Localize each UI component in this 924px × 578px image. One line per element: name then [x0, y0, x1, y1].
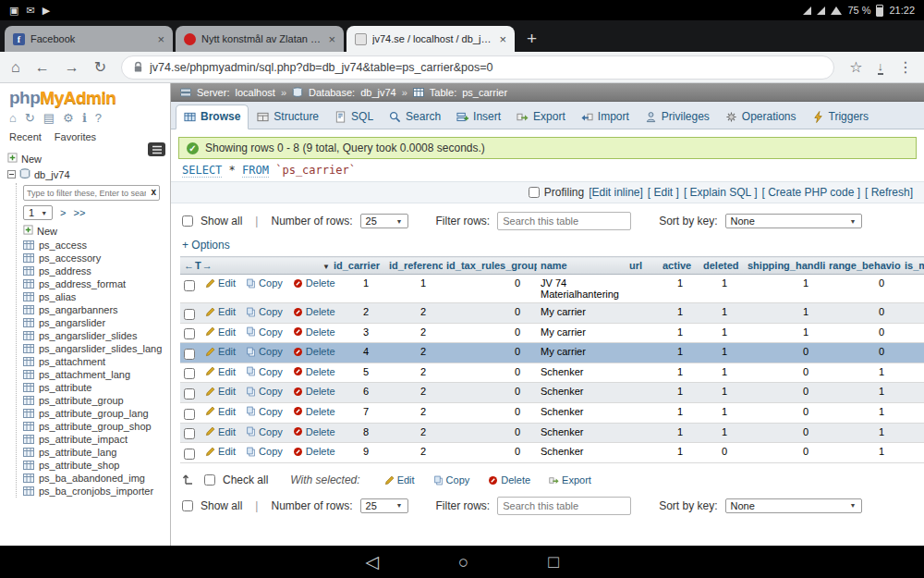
sidebar-table-item[interactable]: ps_attribute_group_lang — [23, 407, 166, 420]
explain-sql-link[interactable]: [ Explain SQL ] — [684, 186, 758, 199]
row-delete-link[interactable]: Delete — [293, 277, 335, 289]
row-copy-link[interactable]: Copy — [246, 346, 283, 357]
edit-inline-link[interactable]: [Edit inline] — [589, 186, 643, 199]
database-link[interactable]: db_jv74 — [34, 169, 70, 180]
sort-by-key-select[interactable]: None▼ — [725, 498, 862, 513]
profiling-checkbox[interactable] — [529, 187, 540, 198]
new-database-link[interactable]: New — [21, 154, 42, 165]
new-table-link[interactable]: New — [37, 226, 57, 237]
selected-edit-button[interactable]: Edit — [384, 474, 415, 486]
row-delete-link[interactable]: Delete — [293, 346, 335, 357]
row-checkbox[interactable] — [184, 328, 195, 339]
row-edit-link[interactable]: Edit — [205, 277, 236, 289]
tab-triggers[interactable]: Triggers — [805, 105, 877, 129]
filter-clear-icon[interactable]: x — [151, 187, 156, 197]
row-edit-link[interactable]: Edit — [205, 306, 236, 317]
sidebar-table-link[interactable]: ps_attribute_impact — [39, 434, 128, 445]
row-copy-link[interactable]: Copy — [246, 426, 283, 437]
show-all-checkbox[interactable] — [182, 215, 193, 227]
row-delete-link[interactable]: Delete — [293, 366, 335, 377]
column-header-deleted[interactable]: deleted — [703, 260, 739, 271]
settings-gear-icon[interactable]: ⚙ — [63, 111, 74, 125]
close-tab-icon[interactable]: × — [157, 33, 164, 45]
edit-link[interactable]: [ Edit ] — [648, 186, 679, 199]
row-edit-link[interactable]: Edit — [205, 446, 236, 457]
reload-navigation-icon[interactable]: ↻ — [25, 111, 35, 125]
row-edit-link[interactable]: Edit — [205, 346, 236, 357]
sidebar-table-link[interactable]: ps_attribute_lang — [39, 447, 116, 458]
table-filter-input[interactable] — [497, 212, 631, 230]
sidebar-table-link[interactable]: ps_address — [39, 265, 91, 277]
sidebar-table-item[interactable]: ps_attribute_impact — [23, 433, 166, 446]
selected-export-button[interactable]: Export — [549, 474, 591, 486]
sidebar-table-link[interactable]: ps_attribute_group_lang — [39, 408, 149, 419]
column-header-id-reference[interactable]: id_reference — [389, 260, 443, 271]
new-tab-button[interactable]: + — [527, 30, 537, 47]
row-edit-link[interactable]: Edit — [205, 426, 236, 437]
sidebar-table-item[interactable]: ps_angarbanners — [23, 303, 166, 316]
sidebar-table-link[interactable]: ps_accessory — [39, 252, 101, 264]
row-edit-link[interactable]: Edit — [205, 386, 236, 397]
tab-export[interactable]: Export — [509, 105, 573, 129]
row-delete-link[interactable]: Delete — [293, 326, 335, 338]
home-button[interactable]: ⌂ — [11, 60, 20, 75]
tree-next-page-link[interactable]: > — [60, 207, 66, 218]
tab-import[interactable]: Import — [574, 105, 637, 129]
row-copy-link[interactable]: Copy — [246, 306, 283, 317]
address-bar[interactable]: jv74.se/phpmyadmin/sql.php?db=db_jv74&ta… — [121, 55, 834, 80]
selected-delete-button[interactable]: Delete — [488, 474, 530, 486]
favorites-tab[interactable]: Favorites — [55, 131, 96, 142]
row-checkbox[interactable] — [184, 349, 195, 360]
row-checkbox[interactable] — [184, 309, 195, 320]
nav-recents-button[interactable]: □ — [548, 553, 558, 571]
sidebar-table-link[interactable]: ps_attribute — [39, 382, 91, 393]
row-edit-link[interactable]: Edit — [205, 366, 236, 377]
sidebar-table-link[interactable]: ps_attachment_lang — [39, 369, 130, 380]
sidebar-table-item[interactable]: ps_access — [23, 239, 166, 252]
tab-privileges[interactable]: Privileges — [638, 105, 717, 129]
sidebar-table-item[interactable]: ps_alias — [23, 290, 166, 303]
home-icon[interactable]: ⌂ — [9, 111, 17, 125]
sort-indicator-icon[interactable]: ▼ — [322, 263, 330, 271]
row-delete-link[interactable]: Delete — [293, 386, 335, 397]
column-header-id-carrier[interactable]: id_carrier — [334, 260, 380, 271]
collapse-expander-icon[interactable] — [7, 169, 16, 180]
number-of-rows-select[interactable]: 25▼ — [360, 498, 408, 513]
refresh-link[interactable]: [ Refresh] — [865, 186, 913, 199]
check-all-checkbox[interactable] — [204, 474, 215, 486]
back-button[interactable]: ← — [35, 60, 50, 75]
tab-operations[interactable]: Operations — [718, 105, 804, 129]
sidebar-table-link[interactable]: ps_alias — [39, 291, 76, 302]
row-delete-link[interactable]: Delete — [293, 406, 335, 417]
sidebar-table-item[interactable]: ps_attribute_group_shop — [23, 420, 166, 433]
sidebar-table-item[interactable]: ps_attachment_lang — [23, 368, 166, 381]
column-header-url[interactable]: url — [629, 260, 642, 271]
nav-back-button[interactable]: ◁ — [365, 553, 379, 571]
row-copy-link[interactable]: Copy — [246, 446, 283, 457]
sidebar-table-link[interactable]: ps_ba_cronjobs_importer — [39, 486, 153, 497]
tab-browse[interactable]: Browse — [176, 105, 249, 129]
tab-search[interactable]: Search — [382, 105, 448, 129]
query-window-icon[interactable]: ▤ — [43, 111, 55, 125]
sort-by-key-select[interactable]: None▼ — [725, 214, 862, 228]
tab-sql[interactable]: SQL — [327, 105, 381, 129]
tab-structure[interactable]: Structure — [249, 105, 326, 129]
row-copy-link[interactable]: Copy — [246, 386, 283, 397]
create-php-code-link[interactable]: [ Create PHP code ] — [761, 186, 860, 199]
row-copy-link[interactable]: Copy — [246, 406, 283, 417]
docs-icon[interactable]: ℹ — [82, 111, 87, 125]
row-checkbox[interactable] — [184, 428, 195, 439]
phpmyadmin-logo[interactable]: phpMyAdmin — [0, 83, 170, 109]
sidebar-table-link[interactable]: ps_address_format — [39, 278, 126, 289]
sidebar-table-item[interactable]: ps_accessory — [23, 252, 166, 264]
nav-home-button[interactable]: ○ — [458, 553, 468, 571]
sidebar-table-item[interactable]: ps_attribute — [23, 381, 166, 394]
show-all-checkbox[interactable] — [182, 500, 193, 511]
sidebar-table-link[interactable]: ps_attribute_group_shop — [39, 421, 152, 432]
row-checkbox[interactable] — [184, 409, 195, 420]
row-delete-link[interactable]: Delete — [293, 446, 335, 457]
table-link[interactable]: ps_carrier — [462, 87, 507, 98]
server-link[interactable]: localhost — [235, 87, 274, 98]
sidebar-table-item[interactable]: ps_attribute_group — [23, 394, 166, 407]
database-item[interactable]: db_jv74 — [7, 166, 166, 183]
